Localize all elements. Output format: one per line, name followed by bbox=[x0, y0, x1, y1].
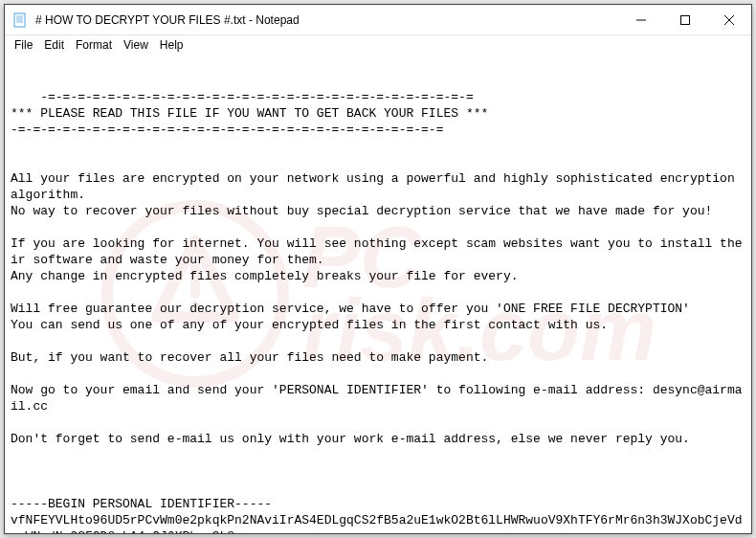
menubar: File Edit Format View Help bbox=[5, 35, 751, 55]
minimize-button[interactable] bbox=[619, 5, 663, 34]
text-editor[interactable]: PCrisk.com -=-=-=-=-=-=-=-=-=-=-=-=-=-=-… bbox=[5, 55, 751, 533]
document-text: -=-=-=-=-=-=-=-=-=-=-=-=-=-=-=-=-=-=-=-=… bbox=[11, 90, 743, 533]
titlebar[interactable]: # HOW TO DECRYPT YOUR FILES #.txt - Note… bbox=[5, 5, 751, 35]
menu-edit[interactable]: Edit bbox=[38, 37, 70, 53]
close-button[interactable] bbox=[707, 5, 751, 34]
window-title: # HOW TO DECRYPT YOUR FILES #.txt - Note… bbox=[35, 13, 619, 27]
menu-help[interactable]: Help bbox=[154, 37, 189, 53]
svg-rect-6 bbox=[681, 15, 690, 24]
menu-file[interactable]: File bbox=[9, 37, 38, 53]
window-controls bbox=[619, 5, 751, 34]
notepad-window: # HOW TO DECRYPT YOUR FILES #.txt - Note… bbox=[4, 4, 752, 534]
menu-view[interactable]: View bbox=[118, 37, 154, 53]
maximize-button[interactable] bbox=[663, 5, 707, 34]
notepad-app-icon bbox=[12, 12, 28, 28]
menu-format[interactable]: Format bbox=[70, 37, 118, 53]
